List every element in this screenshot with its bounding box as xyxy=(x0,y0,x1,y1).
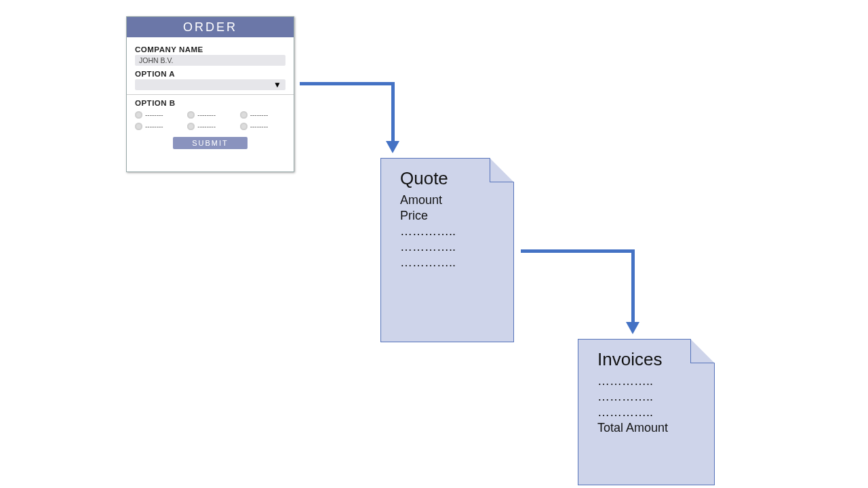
chevron-down-icon: ▼ xyxy=(273,80,281,89)
radio-icon xyxy=(240,111,248,119)
invoices-line-placeholder: ………….. xyxy=(597,390,714,404)
radio-icon xyxy=(187,111,195,119)
radio-icon xyxy=(240,123,248,130)
invoices-document: Invoices ………….. ………….. ………….. Total Amou… xyxy=(578,339,715,485)
option-b-radio[interactable]: -------- xyxy=(187,111,233,119)
option-b-label: OPTION B xyxy=(135,99,285,107)
company-name-input[interactable]: JOHN B.V. xyxy=(135,55,285,66)
quote-line-amount: Amount xyxy=(400,193,513,207)
submit-button[interactable]: SUBMIT xyxy=(173,137,248,149)
invoices-title: Invoices xyxy=(597,349,714,370)
option-b-radio-group: -------- -------- -------- -------- ----… xyxy=(135,111,285,130)
diagram-canvas: ORDER COMPANY NAME JOHN B.V. OPTION A ▼ … xyxy=(0,0,868,488)
radio-icon xyxy=(135,123,142,130)
quote-title: Quote xyxy=(400,168,513,189)
divider xyxy=(127,94,294,95)
invoices-line-placeholder: ………….. xyxy=(597,405,714,420)
option-b-radio[interactable]: -------- xyxy=(240,111,285,119)
radio-icon xyxy=(187,123,195,130)
option-b-radio[interactable]: -------- xyxy=(240,123,285,130)
option-b-radio[interactable]: -------- xyxy=(135,111,180,119)
invoices-line-placeholder: ………….. xyxy=(597,374,714,388)
radio-icon xyxy=(135,111,142,119)
option-b-radio[interactable]: -------- xyxy=(187,123,233,130)
quote-line-placeholder: ………….. xyxy=(400,224,513,239)
quote-line-placeholder: ………….. xyxy=(400,256,513,270)
option-a-label: OPTION A xyxy=(135,70,285,78)
option-b-radio[interactable]: -------- xyxy=(135,123,180,130)
order-form-header: ORDER xyxy=(127,17,294,37)
quote-line-placeholder: ………….. xyxy=(400,240,513,254)
quote-document: Quote Amount Price ………….. ………….. ………….. xyxy=(380,158,514,342)
order-form-card: ORDER COMPANY NAME JOHN B.V. OPTION A ▼ … xyxy=(126,16,294,172)
quote-line-price: Price xyxy=(400,209,513,223)
company-name-label: COMPANY NAME xyxy=(135,45,285,54)
option-a-select[interactable]: ▼ xyxy=(135,79,285,90)
invoices-line-total: Total Amount xyxy=(597,421,714,435)
order-form-body: COMPANY NAME JOHN B.V. OPTION A ▼ OPTION… xyxy=(127,37,294,156)
